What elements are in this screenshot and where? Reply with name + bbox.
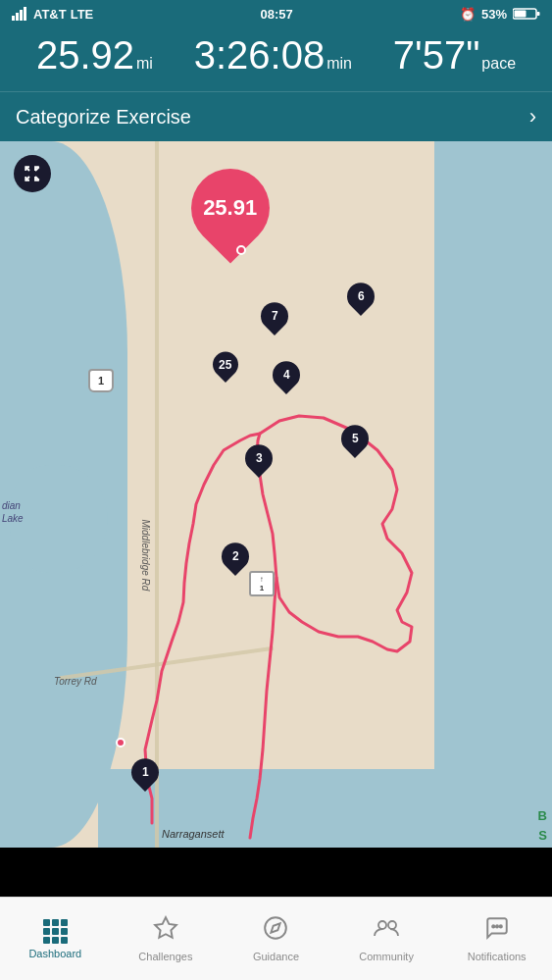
duration-stat: 3:26:08min	[194, 33, 352, 77]
middlebridge-rd-label: Middlebridge Rd	[140, 520, 151, 592]
pace-stat: 7'57"pace	[393, 33, 516, 77]
svg-point-14	[378, 921, 386, 929]
s-label: S	[538, 828, 547, 843]
categorize-header[interactable]: Categorize Exercise ›	[0, 91, 552, 141]
svg-rect-5	[536, 12, 539, 16]
svg-rect-0	[12, 16, 15, 21]
challenges-icon	[153, 915, 178, 947]
torrey-rd-label: Torrey Rd	[54, 676, 97, 687]
notifications-icon	[484, 915, 510, 947]
svg-point-18	[499, 925, 501, 927]
duration-value: 3:26:08min	[194, 55, 352, 72]
svg-point-15	[388, 921, 396, 929]
pace-value: 7'57"pace	[393, 55, 516, 72]
svg-rect-6	[514, 11, 526, 18]
expand-map-button[interactable]	[14, 155, 51, 192]
header-title: Categorize Exercise	[16, 106, 191, 129]
svg-rect-1	[16, 13, 19, 21]
road-middlebridge	[155, 141, 159, 848]
svg-marker-13	[272, 923, 280, 932]
svg-marker-11	[155, 917, 176, 938]
tab-dashboard[interactable]: Dashboard	[0, 898, 111, 980]
tab-bar: Dashboard Challenges Guidance	[0, 897, 552, 980]
community-label: Community	[359, 951, 414, 962]
status-bar: AT&T LTE 08:57 ⏰ 53%	[0, 0, 552, 27]
b-label: B	[538, 808, 547, 823]
current-position-dot	[236, 245, 246, 255]
narragansett-label: Narragansett	[162, 828, 225, 840]
lake-label: dianLake	[2, 499, 24, 525]
tab-community[interactable]: Community	[331, 898, 442, 980]
guidance-label: Guidance	[253, 951, 299, 962]
lake-area	[10, 465, 108, 573]
community-icon	[373, 915, 400, 947]
tab-guidance[interactable]: Guidance	[221, 898, 331, 980]
alarm-icon: ⏰	[460, 7, 476, 22]
battery-icon	[513, 7, 540, 21]
time-label: 08:57	[261, 7, 293, 22]
signal-icon	[12, 7, 29, 21]
svg-point-12	[266, 917, 287, 939]
svg-rect-3	[24, 7, 26, 21]
distance-value: 25.92mi	[36, 55, 153, 72]
status-right: ⏰ 53%	[460, 7, 540, 22]
start-dot	[116, 738, 125, 748]
distance-stat: 25.92mi	[36, 33, 153, 77]
chevron-right-icon: ›	[529, 104, 536, 129]
svg-point-17	[496, 925, 498, 927]
guidance-icon	[263, 915, 288, 947]
tab-challenges[interactable]: Challenges	[111, 898, 222, 980]
current-distance-label: 25.91	[203, 195, 257, 220]
svg-point-16	[492, 925, 494, 927]
tab-notifications[interactable]: Notifications	[441, 898, 552, 980]
notifications-label: Notifications	[468, 951, 527, 962]
dashboard-icon	[43, 919, 68, 944]
stats-bar: 25.92mi 3:26:08min 7'57"pace	[0, 27, 552, 91]
svg-rect-2	[20, 10, 23, 21]
carrier-label: AT&T	[33, 7, 67, 22]
battery-label: 53%	[481, 7, 507, 22]
road-marker-box: ↑1	[249, 571, 275, 596]
network-label: LTE	[71, 7, 94, 22]
map-container[interactable]: dianLake Middlebridge Rd Torrey Rd 1 ↑1 …	[0, 141, 552, 848]
water-right	[434, 141, 552, 848]
status-left: AT&T LTE	[12, 7, 93, 22]
dashboard-label: Dashboard	[28, 948, 81, 959]
highway-shield-1: 1	[88, 369, 114, 392]
challenges-label: Challenges	[138, 951, 192, 962]
